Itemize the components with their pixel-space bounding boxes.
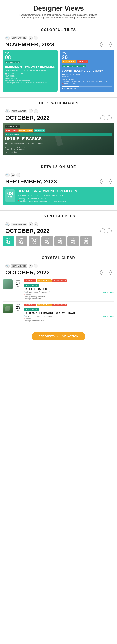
crystal-toolbar: 🔍 JUMP MONTHS ☰ + (3, 263, 114, 269)
section-crystal-clear: CRYSTAL CLEAR (0, 252, 117, 262)
add-icon3[interactable]: + (16, 173, 20, 177)
bubble-23-num: 23 (17, 239, 25, 243)
tile-herbalism: NOV 08 VIRTUAL EVENT HERBALISM – IMMUNIT… (3, 50, 58, 92)
bubble-24[interactable]: MON TUE 24 OCT (28, 236, 40, 246)
crystal-container: 🔍 JUMP MONTHS ☰ + OCTOBER, 2022 ‹ › MON … (0, 263, 117, 328)
crystal-date-1: MON 17 OCT (14, 280, 22, 287)
details-prev-btn[interactable]: ‹ (100, 179, 105, 184)
crystal-badges-1: EVENT OVER MOVED ONLINE RESCHEDULED (24, 280, 114, 283)
bubble-28[interactable]: FRI 28 OCT (54, 236, 66, 246)
crystal-time-1: 🕐 All Day: (Monday) (GMT-07:20) (24, 291, 50, 293)
add-icon5[interactable]: + (34, 264, 38, 268)
tile2-time-note: (GMT-06:00) (62, 76, 112, 78)
bubble-28-num: 28 (56, 239, 64, 243)
crystal-month-row: OCTOBER, 2022 ‹ › (3, 269, 114, 278)
crystal-view-time-1[interactable]: View in my time (103, 291, 114, 293)
details-desc: LEARN ABOUT COLD, FLU & IMMUNITY REMEDIE… (17, 194, 112, 197)
bubble-26[interactable]: ATH 26 OCT (41, 236, 53, 246)
crystal-prev-btn[interactable]: ‹ (100, 270, 105, 275)
list-icon4[interactable]: ☰ (28, 222, 33, 226)
jump-months-btn2[interactable]: JUMP MONTHS (11, 110, 27, 113)
crystal-date-month-1: OCT (14, 286, 22, 287)
crystal-date-month-2: OCT (14, 310, 22, 311)
tile2-view-time[interactable]: View in my time (62, 78, 112, 80)
add-icon[interactable]: + (34, 36, 38, 40)
images-month-title: OCTOBER, 2022 (5, 114, 99, 121)
add-icon4[interactable]: + (34, 222, 38, 226)
jump-months-btn[interactable]: JUMP MONTHS (11, 36, 27, 40)
page-header: Designer Views EventON Calendar comes pa… (0, 0, 117, 22)
search-icon5[interactable]: 🔍 (5, 264, 9, 268)
bubble-30[interactable]: SUN 30 OCT (80, 236, 92, 246)
crystal-view-time-2[interactable]: View in my time (103, 315, 114, 317)
timer-fill (62, 86, 80, 87)
crystal-badge2-1: MOVED ONLINE (37, 280, 52, 282)
bubbles-prev-btn[interactable]: ‹ (100, 228, 105, 233)
next-month-btn[interactable]: › (107, 42, 112, 47)
cta-button[interactable]: SEE VIEWS IN LIVE ACTION (32, 332, 85, 340)
bubble-17[interactable]: MON 17 OCT (3, 236, 14, 246)
section-event-bubbles: EVENT BUBBLES (0, 210, 117, 221)
bubble-17-month: OCT (4, 243, 12, 245)
search-icon2[interactable]: 🔍 (5, 109, 9, 114)
colorful-toolbar: 🔍 JUMP MONTHS ☰ + (3, 35, 114, 41)
section-colorful-tiles: COLORFUL TILES (0, 24, 117, 34)
images-prev-btn[interactable]: ‹ (100, 115, 105, 120)
crystal-next-btn[interactable]: › (107, 270, 112, 275)
list-icon5[interactable]: ☰ (28, 264, 33, 268)
details-right: HERBALISM – IMMUNITY REMEDIES LEARN ABOU… (17, 189, 112, 202)
crystal-thumb-1 (3, 280, 12, 290)
details-month-row: SEPTEMBER, 2023 ‹ › (3, 178, 114, 187)
image-tile-tags: Event Tags: fun (5, 151, 112, 153)
list-icon3[interactable]: ☰ (11, 173, 15, 177)
bubble-29[interactable]: SAT 29 OCT (67, 236, 79, 246)
cta-section: SEE VIEWS IN LIVE ACTION (0, 328, 117, 346)
jump-months-btn3[interactable]: JUMP MONTHS (11, 223, 27, 226)
bubble-26-num: 26 (43, 239, 51, 243)
details-next-btn[interactable]: › (107, 179, 112, 184)
bubble-29-month: OCT (69, 243, 77, 245)
tile1-time-note: (GMT-06:00) (5, 75, 55, 77)
jump-months-btn4[interactable]: JUMP MONTHS (11, 264, 27, 268)
bubble-23[interactable]: SUN 23 OCT (16, 236, 27, 246)
crystal-date-num-1: 17 (14, 281, 22, 286)
clock-icon: 🕐 (5, 73, 7, 75)
img-badge2: MOVED ONLINE (18, 129, 33, 132)
tile1-organizer: Event Organized By Nettie MaryAnne (5, 80, 55, 82)
section-tiles-images: TILES WITH IMAGES (0, 98, 117, 108)
crystal-badge4-1: VIRTUAL EVENT (24, 284, 39, 287)
prev-month-btn[interactable]: ‹ (100, 42, 105, 47)
tile1-date: 08 (5, 55, 55, 60)
tile1-view-time[interactable]: View in my time (5, 78, 55, 79)
view-time-link[interactable]: View in my time (31, 142, 43, 144)
image-tile-organizer: Event Organized By John Atkins (5, 147, 112, 149)
crystal-time-row-2: 🕐 8:00 pm – 11:00 pm (GMT-07:20) View in… (24, 315, 114, 318)
timer-track (62, 86, 112, 87)
crystal-title-2: BACKYARD PERMACULTURE WEBINAR (24, 312, 114, 314)
add-icon2[interactable]: + (34, 109, 38, 114)
search-icon[interactable]: 🔍 (5, 36, 9, 40)
list-icon[interactable]: ☰ (28, 36, 33, 40)
img-badge1: EVENT OVER (5, 129, 18, 132)
section-details-side: DETAILS ON SIDE (0, 161, 117, 172)
search-icon3[interactable]: 🔍 (5, 173, 9, 177)
image-tile-type: Event Type ➤ Educational (5, 149, 112, 151)
images-toolbar: 🔍 JUMP MONTHS ☰ + (3, 108, 114, 114)
details-date-num: 08 (7, 191, 13, 196)
ukulele-tile: 2022 MON OCT EVENT OVER MOVED ONLINE FEA… (3, 123, 114, 156)
tile2-location: 📍 Washington Park, 4033 SW Canyon Rd, Po… (62, 80, 112, 82)
list-icon2[interactable]: ☰ (28, 109, 33, 114)
crystal-organizer-1: Event Organized By John Atkins (24, 296, 114, 298)
location-icon2: 📍 (62, 80, 64, 82)
bubble-29-num: 29 (69, 239, 77, 243)
tile2-tags: 🔖 Mind and Body (62, 83, 112, 85)
details-organizer: Event Organized By Nettie MaryAnne (17, 198, 112, 200)
images-next-btn[interactable]: › (107, 115, 112, 120)
crystal-content-1: EVENT OVER MOVED ONLINE RESCHEDULED VIRT… (24, 280, 114, 300)
search-icon4[interactable]: 🔍 (5, 222, 9, 226)
crystal-badge2-2: MOVED ONLINE (37, 304, 52, 306)
crystal-type-2: Event Type ➤ Business Event (24, 320, 114, 322)
image-tile-time: 🕐 All Day: Monday (GMT-06:00) View in my… (5, 142, 112, 144)
location-icon: 📍 (5, 82, 7, 84)
bubbles-next-btn[interactable]: › (107, 228, 112, 233)
